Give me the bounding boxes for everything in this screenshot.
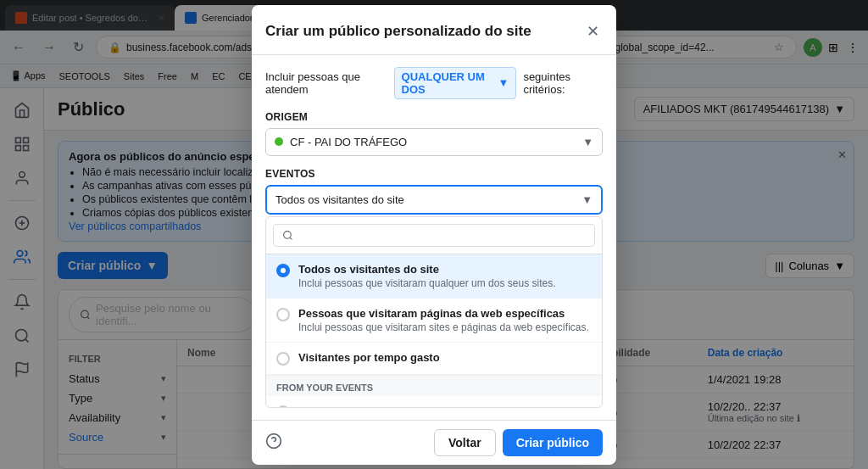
option-specific-pages-desc: Inclui pessoas que visitaram sites e pág…	[298, 321, 592, 333]
events-value: Todos os visitantes do site	[275, 193, 581, 206]
modal-header: Criar um público personalizado do site ✕	[252, 5, 616, 55]
option-pageview-title: PageView	[298, 405, 592, 407]
from-your-events-header: From your events	[266, 375, 602, 396]
option-all-visitors-content: Todos os visitantes do site Inclui pesso…	[298, 263, 592, 289]
dropdown-search-icon	[282, 230, 293, 241]
modal-title: Criar um público personalizado do site	[265, 23, 531, 40]
radio-specific-pages	[276, 308, 290, 321]
option-all-visitors-desc: Inclui pessoas que visitaram qualquer um…	[298, 277, 592, 289]
back-modal-button[interactable]: Voltar	[434, 429, 496, 456]
radio-all-visitors	[276, 264, 290, 277]
footer-buttons: Voltar Criar público	[434, 429, 603, 456]
events-dropdown: Todos os visitantes do site Inclui pesso…	[265, 216, 603, 408]
origin-status-dot	[275, 137, 283, 146]
criteria-row: Incluir pessoas que atendem QUALQUER UM …	[265, 67, 603, 99]
events-chevron-icon: ▼	[581, 193, 593, 206]
events-label: Eventos	[265, 168, 603, 180]
option-pageview-content: PageView	[298, 405, 592, 407]
modal: Criar um público personalizado do site ✕…	[252, 5, 616, 465]
option-time-spent-content: Visitantes por tempo gasto	[298, 351, 592, 364]
origin-label: Origem	[265, 111, 603, 123]
criteria-label: Incluir pessoas que atendem	[265, 70, 387, 96]
criteria-select[interactable]: QUALQUER UM DOS ▼	[394, 67, 517, 99]
modal-close-button[interactable]: ✕	[583, 19, 603, 44]
origin-selector[interactable]: CF - PAI DO TRÁFEGO ▼	[265, 128, 603, 156]
option-time-spent-title: Visitantes por tempo gasto	[298, 351, 592, 364]
criteria-value: QUALQUER UM DOS	[402, 70, 495, 96]
option-specific-pages-content: Pessoas que visitaram páginas da web esp…	[298, 307, 592, 333]
modal-overlay: Criar um público personalizado do site ✕…	[0, 0, 868, 469]
origin-chevron-icon: ▼	[582, 136, 593, 148]
criteria-suffix: seguintes critérios:	[523, 70, 603, 96]
option-specific-pages[interactable]: Pessoas que visitaram páginas da web esp…	[266, 299, 602, 343]
dropdown-search-area	[266, 217, 602, 254]
radio-pageview	[276, 405, 290, 407]
radio-time-spent	[276, 352, 290, 366]
help-icon[interactable]	[265, 433, 282, 453]
svg-line-15	[290, 237, 292, 239]
option-specific-pages-title: Pessoas que visitaram páginas da web esp…	[298, 307, 592, 320]
svg-point-14	[284, 231, 292, 238]
option-all-visitors[interactable]: Todos os visitantes do site Inclui pesso…	[266, 254, 602, 299]
origin-value: CF - PAI DO TRÁFEGO	[290, 136, 576, 148]
modal-footer: Voltar Criar público	[252, 420, 616, 465]
criteria-chevron-icon: ▼	[498, 76, 509, 89]
dropdown-options: Todos os visitantes do site Inclui pesso…	[266, 254, 602, 407]
dropdown-search-input[interactable]	[298, 229, 586, 242]
option-time-spent[interactable]: Visitantes por tempo gasto	[266, 343, 602, 375]
create-public-button[interactable]: Criar público	[503, 429, 603, 456]
events-selector[interactable]: Todos os visitantes do site ▼	[265, 185, 603, 215]
option-pageview[interactable]: PageView	[266, 396, 602, 407]
modal-body: Incluir pessoas que atendem QUALQUER UM …	[252, 55, 616, 420]
option-all-visitors-title: Todos os visitantes do site	[298, 263, 592, 276]
